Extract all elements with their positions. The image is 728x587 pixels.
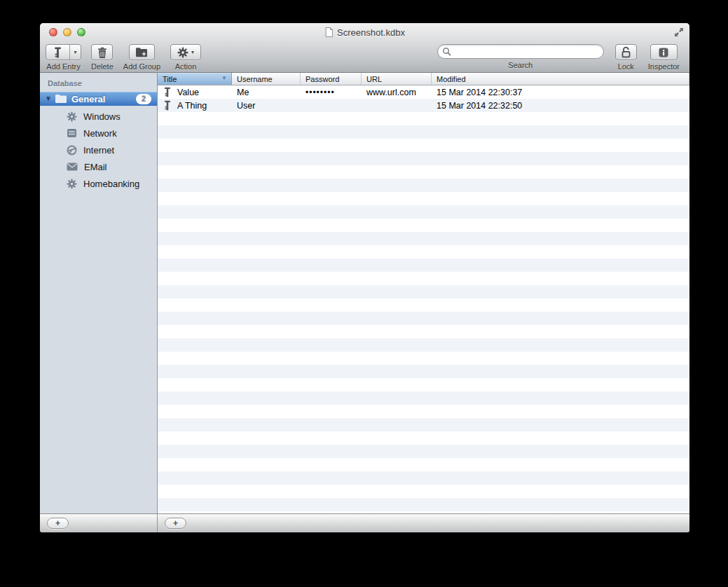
sidebar-item-internet[interactable]: Internet: [40, 141, 157, 158]
sidebar-group-label: General: [71, 94, 105, 104]
toolbar-item-inspector: Inspector: [648, 44, 680, 71]
entry-modified: 15 Mar 2014 22:30:37: [437, 88, 522, 97]
column-header-url[interactable]: URL: [362, 73, 432, 85]
action-button[interactable]: ▾: [170, 44, 201, 60]
sidebar-bottom-bar: +: [40, 513, 157, 532]
cell-url: www.url.com: [362, 88, 432, 97]
lock-button[interactable]: [615, 44, 637, 60]
cell-username: User: [232, 101, 301, 111]
entry-count-badge: 2: [136, 94, 151, 104]
traffic-lights: [49, 28, 85, 36]
toolbar-item-search: Search: [437, 44, 604, 69]
folder-icon: [55, 94, 67, 104]
folder-plus-icon: [135, 47, 148, 57]
entry-title: A Thing: [177, 101, 207, 111]
main-bottom-bar: +: [158, 513, 689, 532]
trash-icon: [97, 47, 107, 58]
search-icon: [442, 47, 451, 56]
column-header-modified[interactable]: Modified: [432, 73, 689, 85]
delete-button[interactable]: [91, 44, 113, 60]
entry-url: www.url.com: [366, 88, 416, 97]
document-icon: [324, 27, 333, 37]
window-content: Database ▼ General 2 WindowsNetworkInter…: [40, 73, 689, 532]
lock-open-icon: [621, 46, 631, 58]
column-label: Username: [237, 75, 273, 83]
close-button[interactable]: [49, 28, 57, 36]
sidebar-item-label: Windows: [83, 111, 121, 122]
table-row[interactable]: ValueMe••••••••www.url.com15 Mar 2014 22…: [158, 85, 689, 99]
add-entry-plus-button[interactable]: +: [165, 518, 186, 529]
toolbar-label: Lock: [618, 62, 634, 71]
table-header: Title ▼ Username Password URL Modified: [158, 73, 689, 85]
column-header-title[interactable]: Title ▼: [158, 73, 232, 85]
column-label: URL: [366, 75, 382, 83]
entry-username: Me: [237, 88, 249, 97]
entry-username: User: [237, 101, 255, 111]
cell-modified: 15 Mar 2014 22:32:50: [432, 101, 689, 111]
sidebar-item-network[interactable]: Network: [40, 125, 157, 141]
window-header: Screenshot.kdbx ▾ Add Entry: [40, 23, 689, 73]
minimize-button[interactable]: [63, 28, 71, 36]
entry-table-body[interactable]: ValueMe••••••••www.url.com15 Mar 2014 22…: [158, 85, 689, 513]
add-group-button[interactable]: [129, 44, 155, 60]
globe-icon: [67, 145, 77, 156]
toolbar-item-lock: Lock: [615, 44, 637, 71]
key-icon: [164, 87, 171, 97]
entry-modified: 15 Mar 2014 22:32:50: [437, 101, 522, 111]
cell-password: ••••••••: [301, 88, 362, 97]
toolbar-label: Add Group: [123, 62, 160, 71]
toolbar-item-add-entry: ▾ Add Entry: [46, 44, 81, 71]
search-field[interactable]: [437, 44, 604, 59]
gear-icon: [177, 47, 188, 58]
sidebar: Database ▼ General 2 WindowsNetworkInter…: [40, 73, 158, 532]
key-icon: [164, 100, 171, 111]
cell-modified: 15 Mar 2014 22:30:37: [432, 88, 689, 97]
column-label: Modified: [437, 75, 466, 83]
cell-title: A Thing: [158, 100, 232, 111]
column-label: Password: [305, 75, 339, 83]
toolbar: ▾ Add Entry Delete Add Group: [40, 41, 689, 73]
sidebar-section-label: Database: [40, 73, 157, 92]
sidebar-item-label: Network: [83, 128, 117, 139]
window-title: Screenshot.kdbx: [337, 27, 405, 38]
gear-icon: [67, 179, 77, 189]
toolbar-label: Delete: [91, 62, 114, 71]
zoom-button[interactable]: [77, 28, 85, 36]
info-icon: [658, 47, 669, 58]
titlebar[interactable]: Screenshot.kdbx: [40, 23, 689, 41]
toolbar-label: Inspector: [648, 62, 680, 71]
toolbar-label: Action: [175, 62, 197, 71]
inspector-button[interactable]: [650, 44, 678, 60]
sidebar-items: WindowsNetworkInternetEMailHomebanking: [40, 108, 157, 192]
sidebar-item-email[interactable]: EMail: [40, 158, 157, 175]
add-group-plus-button[interactable]: +: [47, 518, 69, 529]
sidebar-item-label: EMail: [84, 162, 107, 172]
toolbar-label: Search: [508, 61, 533, 69]
sidebar-item-windows[interactable]: Windows: [40, 108, 157, 125]
disclosure-triangle-icon[interactable]: ▼: [44, 95, 53, 102]
toolbar-item-add-group: Add Group: [123, 44, 160, 71]
sidebar-group-general[interactable]: ▼ General 2: [40, 92, 157, 106]
mail-icon: [67, 163, 78, 171]
sidebar-item-label: Internet: [83, 145, 114, 156]
column-header-password[interactable]: Password: [301, 73, 362, 85]
cell-username: Me: [232, 88, 301, 97]
gear-icon: [67, 111, 77, 122]
column-header-username[interactable]: Username: [232, 73, 301, 85]
toolbar-item-action: ▾ Action: [170, 44, 201, 71]
key-icon: [46, 45, 69, 60]
fullscreen-icon[interactable]: [673, 27, 685, 38]
window-title-group: Screenshot.kdbx: [324, 23, 405, 41]
column-label: Title: [163, 75, 177, 83]
search-input[interactable]: [454, 47, 599, 57]
entry-title: Value: [177, 88, 199, 97]
toolbar-label: Add Entry: [46, 62, 80, 71]
sidebar-item-homebanking[interactable]: Homebanking: [40, 175, 157, 192]
sort-descending-icon: ▼: [221, 76, 227, 81]
entry-list-pane: Title ▼ Username Password URL Modified V…: [158, 73, 689, 532]
toolbar-item-delete: Delete: [91, 44, 114, 71]
add-entry-dropdown[interactable]: ▾: [69, 45, 81, 60]
sidebar-item-label: Homebanking: [83, 179, 139, 189]
table-row[interactable]: A ThingUser15 Mar 2014 22:32:50: [158, 99, 689, 112]
add-entry-button[interactable]: ▾: [46, 44, 81, 60]
